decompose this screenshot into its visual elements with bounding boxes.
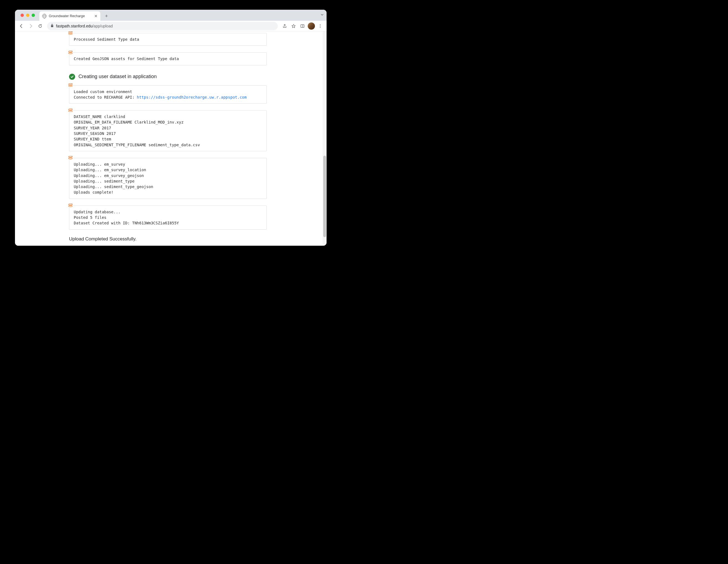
output-cell: Processed Sediment Type data (69, 33, 267, 46)
svg-point-9 (68, 51, 72, 52)
new-tab-button[interactable]: + (103, 12, 110, 20)
cell-output: Updating database... Posted 5 files Data… (69, 206, 266, 230)
svg-point-20 (72, 156, 72, 157)
jupyter-icon (68, 203, 73, 208)
svg-point-3 (320, 24, 321, 25)
scrollbar-track[interactable] (323, 31, 327, 246)
cell-output: Processed Sediment Type data (69, 33, 266, 45)
cell-output: Created GeoJSON assets for Sediment Type… (69, 53, 266, 65)
tabs-dropdown-button[interactable] (320, 13, 324, 17)
check-circle-icon (69, 74, 75, 80)
svg-point-14 (72, 83, 72, 84)
output-cell: Created GeoJSON assets for Sediment Type… (69, 52, 267, 65)
globe-icon (42, 14, 47, 18)
jupyter-icon (68, 50, 73, 54)
svg-point-10 (68, 53, 72, 54)
svg-point-23 (72, 204, 72, 204)
svg-rect-0 (51, 25, 53, 27)
minimize-window-button[interactable] (26, 14, 29, 17)
tab-bar: Groundwater Recharge ✕ + (15, 10, 327, 21)
svg-point-13 (68, 85, 72, 86)
svg-point-11 (72, 51, 72, 51)
svg-point-12 (68, 84, 72, 85)
jupyter-icon (68, 83, 73, 87)
svg-point-4 (320, 26, 321, 26)
browser-window: Groundwater Recharge ✕ + fastpath.stanfo… (15, 10, 327, 246)
toolbar-right (281, 22, 324, 30)
url-bar: fastpath.stanford.edu/app/upload (15, 21, 327, 31)
menu-button[interactable] (316, 22, 324, 30)
tab-title: Groundwater Recharge (49, 14, 85, 18)
svg-point-15 (68, 109, 72, 110)
lock-icon (50, 24, 54, 28)
output-cell: Updating database... Posted 5 files Data… (69, 206, 267, 230)
maximize-window-button[interactable] (32, 14, 35, 17)
close-window-button[interactable] (21, 14, 24, 17)
output-cell: DATASET_NAME clarklind ORIGINAL_EM_DATA_… (69, 110, 267, 151)
cell-output: DATASET_NAME clarklind ORIGINAL_EM_DATA_… (69, 111, 266, 151)
output-cell: Loaded custom environment Connected to R… (69, 85, 267, 104)
side-panel-button[interactable] (298, 22, 307, 30)
svg-rect-1 (301, 25, 304, 27)
svg-point-7 (68, 33, 72, 34)
output-cell: Uploading... em_survey Uploading... em_s… (69, 158, 267, 199)
forward-button[interactable] (27, 22, 35, 30)
jupyter-icon (68, 31, 73, 35)
page-content[interactable]: Processed Sediment Type data Created Geo… (15, 31, 327, 246)
svg-point-18 (68, 156, 72, 157)
svg-point-16 (68, 110, 72, 111)
svg-point-17 (72, 109, 72, 109)
svg-point-6 (68, 31, 72, 32)
jupyter-icon (68, 108, 73, 112)
url-text: fastpath.stanford.edu/app/upload (56, 24, 113, 28)
browser-tab[interactable]: Groundwater Recharge ✕ (39, 11, 100, 21)
svg-point-19 (68, 158, 72, 159)
section-title: Creating user dataset in application (78, 74, 157, 80)
api-link[interactable]: https://sdss-groundh2orecharge.uw.r.apps… (137, 95, 247, 100)
reload-button[interactable] (36, 22, 44, 30)
scrollbar-thumb[interactable] (323, 156, 326, 237)
profile-avatar[interactable] (308, 22, 315, 30)
svg-point-5 (320, 27, 321, 28)
share-button[interactable] (281, 22, 289, 30)
svg-point-22 (68, 206, 72, 207)
jupyter-icon (68, 156, 73, 160)
cell-output: Uploading... em_survey Uploading... em_s… (69, 158, 266, 199)
section-header: Creating user dataset in application (69, 74, 267, 80)
back-button[interactable] (17, 22, 26, 30)
close-tab-button[interactable]: ✕ (94, 14, 98, 18)
window-controls (18, 10, 37, 21)
success-message: Upload Completed Successfully. (69, 236, 267, 242)
url-field[interactable]: fastpath.stanford.edu/app/upload (47, 22, 278, 30)
bookmark-button[interactable] (289, 22, 298, 30)
cell-output: Loaded custom environment Connected to R… (69, 86, 266, 104)
svg-point-21 (68, 204, 72, 205)
